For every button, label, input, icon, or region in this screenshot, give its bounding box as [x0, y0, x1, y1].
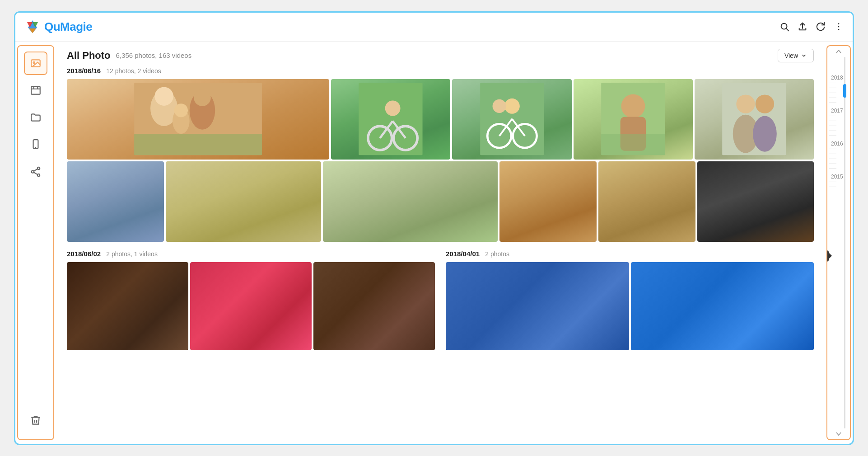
family-photo-art: [80, 83, 316, 155]
photo-area: 2018/06/16 12 photos, 2 videos: [56, 67, 825, 444]
photo-item[interactable]: [452, 79, 571, 160]
timeline-year-2015[interactable]: 2015: [827, 174, 850, 179]
photo-item[interactable]: [446, 262, 629, 350]
folders-icon: [30, 112, 42, 123]
photo-item[interactable]: [67, 161, 164, 242]
share-button[interactable]: [798, 22, 807, 32]
section-count-2: 2 photos, 1 videos: [106, 250, 158, 258]
app-header: QuMagie: [15, 13, 853, 42]
photo-item[interactable]: [313, 262, 435, 350]
content-area: All Photo 6,356 photos, 163 videos View …: [56, 42, 825, 444]
search-icon: [779, 22, 789, 32]
date-label-2: 2018/06/02 2 photos, 1 videos: [67, 250, 435, 258]
svg-rect-46: [601, 134, 665, 155]
timeline-thumb[interactable]: [843, 84, 846, 98]
timeline-tick: [829, 154, 836, 154]
timeline-tick: [829, 159, 836, 159]
date-label-1: 2018/06/16 12 photos, 2 videos: [67, 67, 814, 75]
photo-item[interactable]: [190, 262, 312, 350]
photo-item[interactable]: [67, 262, 188, 350]
svg-point-10: [33, 61, 35, 63]
photo-item[interactable]: [598, 161, 695, 242]
timeline-tick: [829, 169, 836, 169]
photo-item[interactable]: [323, 161, 498, 242]
section-count-1: 12 photos, 2 videos: [106, 67, 161, 75]
timeline-scroll-down[interactable]: [827, 428, 850, 439]
photo-item[interactable]: [695, 79, 814, 160]
photo-item[interactable]: [67, 79, 329, 160]
chevron-down-icon: [801, 52, 807, 59]
sidebar-item-sharing[interactable]: [24, 160, 47, 183]
svg-rect-29: [134, 134, 262, 155]
timeline-year-2018[interactable]: 2018: [827, 75, 850, 80]
timeline-tick: [829, 121, 836, 121]
sidebar-item-folders[interactable]: [24, 106, 47, 129]
timeline-year-2017[interactable]: 2017: [827, 108, 850, 113]
albums-icon: [30, 85, 42, 96]
more-icon: [834, 22, 844, 32]
svg-point-6: [838, 23, 840, 24]
dual-sections: 2018/06/02 2 photos, 1 videos: [67, 250, 814, 360]
photo-item[interactable]: [631, 262, 814, 350]
timeline-tick: [829, 116, 836, 116]
svg-point-48: [736, 95, 755, 113]
svg-point-51: [753, 116, 777, 152]
svg-point-28: [174, 104, 188, 118]
photo-count: 6,356 photos, 163 videos: [116, 52, 192, 59]
photo-item[interactable]: [166, 161, 321, 242]
sharing-icon: [30, 166, 42, 178]
timeline-inner: 2018 2017 2016: [827, 57, 850, 428]
timeline-tick: [829, 164, 836, 164]
share-icon: [798, 22, 807, 32]
man-photo-art: [579, 83, 687, 155]
photo-item[interactable]: [331, 79, 450, 160]
timeline-tick: [829, 93, 836, 93]
timeline-tick: [829, 83, 836, 83]
svg-point-17: [37, 167, 40, 169]
sidebar-item-trash[interactable]: [24, 410, 47, 434]
photo-row-3: [446, 262, 814, 350]
view-button[interactable]: View: [778, 49, 814, 62]
section-count-3: 2 photos: [485, 250, 509, 258]
timeline-tick: [829, 136, 836, 136]
devices-icon: [30, 139, 42, 150]
timeline-tick: [829, 126, 836, 126]
timeline-tick: [829, 182, 836, 182]
photo-item[interactable]: [697, 161, 814, 242]
header-actions: [779, 22, 844, 32]
photo-item[interactable]: [499, 161, 597, 242]
svg-line-21: [34, 169, 37, 171]
logo-text: QuMagie: [44, 20, 92, 34]
timeline-bar: 2018 2017 2016: [826, 45, 851, 440]
main-layout: All Photo 6,356 photos, 163 videos View …: [15, 42, 853, 444]
svg-point-7: [838, 26, 840, 28]
couple-photo-art: [700, 83, 808, 155]
trash-icon: [30, 414, 42, 426]
timeline-tick: [829, 103, 836, 103]
photo-row-1a: [67, 79, 814, 160]
date-section-1: 2018/06/16 12 photos, 2 videos: [67, 67, 814, 242]
sidebar-item-devices[interactable]: [24, 133, 47, 156]
sidebar: [17, 45, 54, 440]
search-button[interactable]: [779, 22, 789, 32]
svg-point-42: [492, 99, 506, 113]
sidebar-item-albums[interactable]: [24, 79, 47, 102]
sidebar-item-photos[interactable]: [24, 52, 47, 75]
refresh-button[interactable]: [816, 22, 826, 32]
logo-icon: [24, 19, 41, 35]
timeline-tick: [829, 88, 836, 88]
more-button[interactable]: [834, 22, 844, 32]
photo-item[interactable]: [574, 79, 693, 160]
date-section-2: 2018/06/02 2 photos, 1 videos: [67, 250, 435, 352]
svg-point-26: [194, 89, 211, 107]
content-header: All Photo 6,356 photos, 163 videos View: [56, 42, 825, 67]
photo-row-2: [67, 262, 435, 350]
svg-point-19: [37, 174, 40, 176]
timeline-year-2016[interactable]: 2016: [827, 141, 850, 146]
svg-line-5: [786, 28, 789, 31]
timeline-scroll-up[interactable]: [827, 46, 850, 57]
svg-line-20: [34, 172, 37, 174]
svg-rect-11: [31, 86, 40, 94]
bike-photo-art: [337, 83, 444, 155]
svg-point-49: [756, 95, 774, 113]
